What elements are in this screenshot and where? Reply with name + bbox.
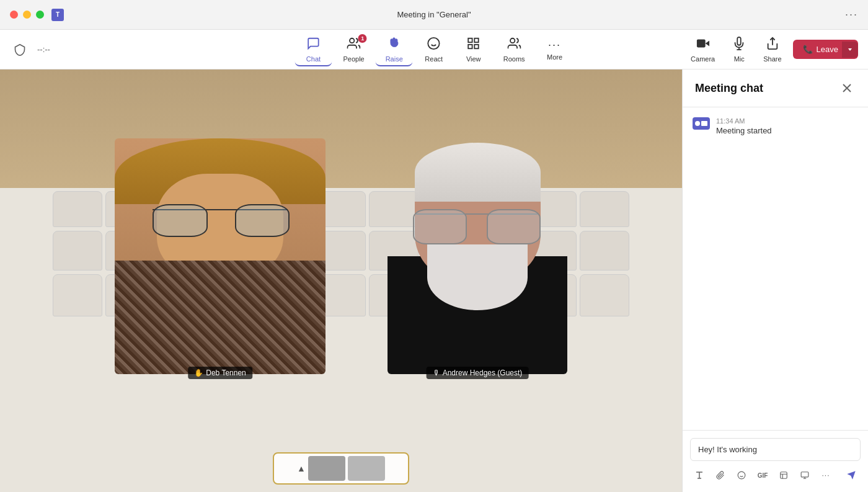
react-button[interactable]: React [415, 33, 453, 66]
gif-icon[interactable]: GIF [753, 466, 772, 485]
svg-rect-7 [697, 39, 706, 47]
thumbnail-up-icon[interactable]: ▲ [297, 463, 306, 473]
shield-icon [10, 40, 30, 60]
leave-phone-icon: 📞 [803, 45, 813, 54]
attachment-icon[interactable] [711, 466, 730, 485]
thumbnail-bar: ▲ [273, 452, 409, 485]
format-text-icon[interactable] [690, 466, 709, 485]
loop-icon[interactable] [795, 466, 814, 485]
title-bar-more-icon[interactable]: ··· [845, 8, 858, 21]
share-icon [766, 37, 779, 53]
mic-label: Mic [734, 55, 745, 63]
svg-point-0 [350, 38, 354, 42]
thumbnail-item-1[interactable] [308, 456, 345, 481]
leave-dropdown-icon[interactable] [842, 42, 858, 58]
meeting-icon-dot [695, 121, 700, 126]
participant-deb: ✋ Deb Tennen [115, 138, 326, 374]
participant-andrew-name: Andrew Hedges (Guest) [443, 369, 523, 377]
more-label: More [547, 53, 562, 61]
svg-rect-4 [468, 44, 472, 48]
meeting-timer: --:-- [37, 45, 50, 54]
toolbar-center: Chat 1 People Raise [294, 33, 573, 66]
chat-label: Chat [306, 55, 321, 63]
raise-indicator-icon: ✋ [194, 369, 203, 377]
raise-icon [388, 37, 401, 53]
leave-label: Leave [817, 45, 838, 54]
view-label: View [466, 55, 481, 63]
rooms-icon [507, 37, 521, 53]
svg-rect-12 [801, 472, 808, 477]
participant-andrew-nametag: 🎙 Andrew Hedges (Guest) [427, 367, 529, 379]
mic-button[interactable]: Mic [726, 33, 752, 66]
main-content: ✋ Deb Tennen [0, 69, 868, 492]
toolbar-left: --:-- [10, 40, 50, 60]
svg-rect-3 [475, 38, 479, 42]
share-label: Share [763, 55, 781, 63]
system-message: 11:34 AM Meeting started [693, 117, 858, 135]
minimize-window-button[interactable] [23, 11, 31, 19]
svg-rect-5 [475, 44, 479, 48]
chat-button[interactable]: Chat [294, 33, 332, 66]
toolbar-right: Camera Mic Share 📞 Leave [684, 33, 858, 66]
send-message-button[interactable] [842, 466, 861, 485]
teams-logo-icon: T [51, 9, 64, 21]
view-button[interactable]: View [455, 33, 492, 66]
chat-panel: Meeting chat 11:34 AM Meeting started [682, 69, 868, 492]
sticker-icon[interactable] [774, 466, 793, 485]
react-label: React [425, 55, 443, 63]
chat-input[interactable] [690, 438, 861, 461]
camera-label: Camera [691, 55, 715, 63]
mic-indicator-icon: 🎙 [433, 369, 440, 377]
camera-button[interactable]: Camera [684, 33, 721, 66]
people-button[interactable]: 1 People [334, 33, 373, 66]
chat-tool-icons: GIF ··· [690, 466, 835, 485]
svg-rect-2 [468, 38, 472, 42]
system-message-time: 11:34 AM [716, 117, 772, 125]
participant-deb-nametag: ✋ Deb Tennen [188, 367, 252, 379]
svg-point-1 [428, 37, 440, 48]
raise-button[interactable]: Raise [376, 33, 413, 66]
chat-close-button[interactable] [838, 79, 856, 97]
view-icon [467, 37, 480, 53]
window-title: Meeting in "General" [397, 10, 471, 19]
more-button[interactable]: ··· More [536, 35, 574, 65]
share-button[interactable]: Share [757, 33, 787, 66]
video-area: ✋ Deb Tennen [0, 69, 682, 492]
more-icon: ··· [548, 38, 561, 51]
system-message-meta: 11:34 AM Meeting started [716, 117, 772, 135]
chat-input-toolbar: GIF ··· [690, 466, 861, 485]
mic-icon [732, 37, 746, 53]
rooms-button[interactable]: Rooms [495, 33, 534, 66]
people-label: People [343, 55, 364, 63]
chat-messages: 11:34 AM Meeting started [683, 107, 868, 430]
participant-andrew: 🎙 Andrew Hedges (Guest) [388, 138, 567, 374]
chat-icon [306, 37, 320, 53]
chat-input-area: GIF ··· [683, 430, 868, 492]
title-bar: T Meeting in "General" ··· [0, 0, 868, 30]
svg-point-6 [510, 38, 515, 42]
react-icon [427, 37, 441, 53]
close-window-button[interactable] [10, 11, 18, 19]
maximize-window-button[interactable] [36, 11, 44, 19]
thumbnail-item-2[interactable] [348, 456, 385, 481]
camera-icon [696, 37, 710, 53]
participant-deb-name: Deb Tennen [206, 369, 246, 377]
system-message-text: Meeting started [716, 126, 772, 135]
more-chat-options-icon[interactable]: ··· [817, 466, 835, 485]
chat-header: Meeting chat [683, 69, 868, 107]
meeting-icon [693, 117, 710, 130]
meeting-toolbar: --:-- Chat 1 People [0, 30, 868, 69]
title-bar-left: T [10, 9, 64, 21]
svg-point-10 [738, 472, 745, 479]
rooms-label: Rooms [503, 55, 525, 63]
people-badge: 1 [358, 34, 367, 43]
raise-label: Raise [386, 55, 403, 63]
leave-button[interactable]: 📞 Leave [793, 40, 858, 59]
traffic-lights [10, 11, 44, 19]
chat-panel-title: Meeting chat [695, 82, 763, 95]
emoji-icon[interactable] [732, 466, 751, 485]
svg-rect-11 [781, 472, 787, 479]
